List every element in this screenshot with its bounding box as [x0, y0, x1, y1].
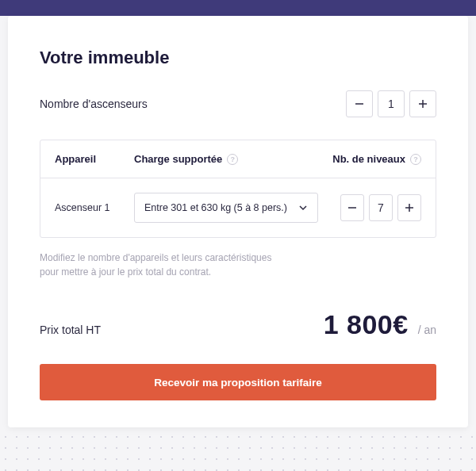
elevators-table: Appareil Charge supportée ? Nb. de nivea…	[40, 140, 436, 238]
plus-icon	[418, 99, 428, 109]
col-header-niveaux-label: Nb. de niveaux	[332, 153, 405, 165]
row-charge-cell: Entre 301 et 630 kg (5 à 8 pers.)	[134, 193, 318, 223]
levels-decrement[interactable]	[340, 194, 364, 221]
price-value: 1 800€	[324, 309, 409, 340]
col-header-charge: Charge supportée ?	[134, 153, 318, 165]
price-right: 1 800€ / an	[324, 309, 436, 340]
info-icon[interactable]: ?	[410, 154, 421, 165]
price-label: Prix total HT	[40, 324, 101, 336]
hint-line1: Modifiez le nombre d'appareils et leurs …	[40, 252, 271, 263]
table-header: Appareil Charge supportée ? Nb. de nivea…	[40, 140, 436, 178]
elevator-count-label: Nombre d'ascenseurs	[40, 98, 148, 110]
elevator-count-decrement[interactable]	[346, 90, 373, 117]
levels-stepper: 7	[340, 194, 421, 221]
charge-select[interactable]: Entre 301 et 630 kg (5 à 8 pers.)	[134, 193, 318, 223]
chevron-down-icon	[298, 203, 308, 213]
charge-select-value: Entre 301 et 630 kg (5 à 8 pers.)	[144, 202, 287, 213]
price-period: / an	[418, 324, 436, 336]
hint-text: Modifiez le nombre d'appareils et leurs …	[40, 251, 436, 279]
elevator-count-stepper: 1	[346, 90, 436, 117]
row-niveaux-cell: 7	[318, 194, 421, 221]
levels-value: 7	[369, 194, 393, 221]
elevator-count-increment[interactable]	[409, 90, 436, 117]
row-appareil-name: Ascenseur 1	[55, 202, 134, 213]
col-header-charge-label: Charge supportée	[134, 153, 222, 165]
hint-line2: pour mettre à jour le prix total du cont…	[40, 266, 211, 278]
table-row: Ascenseur 1 Entre 301 et 630 kg (5 à 8 p…	[40, 178, 436, 237]
elevator-count-value: 1	[378, 90, 405, 117]
plus-icon	[405, 203, 414, 213]
page-title: Votre immeuble	[40, 48, 436, 68]
info-icon[interactable]: ?	[227, 154, 238, 165]
col-header-niveaux: Nb. de niveaux ?	[318, 153, 421, 165]
quote-card: Votre immeuble Nombre d'ascenseurs 1 App…	[8, 16, 468, 427]
price-row: Prix total HT 1 800€ / an	[40, 309, 436, 340]
submit-button[interactable]: Recevoir ma proposition tarifaire	[40, 364, 436, 400]
elevator-count-row: Nombre d'ascenseurs 1	[40, 90, 436, 117]
minus-icon	[355, 99, 364, 109]
levels-increment[interactable]	[397, 194, 421, 221]
header-band	[0, 0, 476, 16]
minus-icon	[347, 203, 357, 213]
col-header-appareil: Appareil	[55, 153, 134, 165]
dotted-background	[0, 431, 476, 471]
